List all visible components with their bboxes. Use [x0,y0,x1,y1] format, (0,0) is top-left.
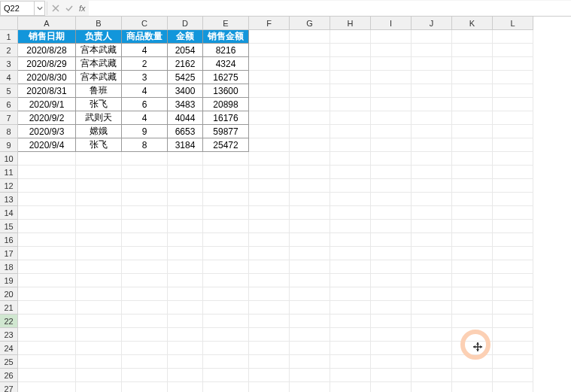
cell-H17[interactable] [330,247,371,260]
cell-A14[interactable] [18,206,76,220]
cell-H2[interactable] [330,44,371,57]
cell-H13[interactable] [330,193,371,206]
cell-L5[interactable] [493,84,533,98]
cell-E24[interactable] [203,342,249,355]
cell-A20[interactable] [18,287,76,301]
cell-K23[interactable] [452,328,493,342]
cell-F14[interactable] [249,206,290,220]
cell-F19[interactable] [249,274,290,287]
cell-K17[interactable] [452,247,493,260]
cell-J25[interactable] [412,355,452,369]
cell-D26[interactable] [168,369,203,382]
cell-J23[interactable] [412,328,452,342]
cell-J18[interactable] [412,260,452,274]
row-header-27[interactable]: 27 [0,382,18,392]
cell-A15[interactable] [18,220,76,233]
cell-L24[interactable] [493,342,533,355]
cell-E22[interactable] [203,315,249,328]
cell-B19[interactable] [76,274,122,287]
spreadsheet-grid[interactable]: ABCDEFGHIJKL 1销售日期负责人商品数量金额销售金额22020/8/2… [0,17,571,392]
cell-H12[interactable] [330,179,371,193]
cell-G24[interactable] [290,342,330,355]
cell-B23[interactable] [76,328,122,342]
cell-J2[interactable] [412,44,452,57]
cell-B21[interactable] [76,301,122,315]
cell-C7[interactable]: 4 [122,111,168,125]
cell-B2[interactable]: 宫本武藏 [76,44,122,57]
cell-E14[interactable] [203,206,249,220]
cell-I24[interactable] [371,342,412,355]
cell-C13[interactable] [122,193,168,206]
cell-D27[interactable] [168,382,203,392]
cell-B13[interactable] [76,193,122,206]
cell-B3[interactable]: 宫本武藏 [76,57,122,71]
cell-C20[interactable] [122,287,168,301]
cell-G15[interactable] [290,220,330,233]
cell-B18[interactable] [76,260,122,274]
cell-E21[interactable] [203,301,249,315]
row-header-5[interactable]: 5 [0,84,18,98]
cell-C3[interactable]: 2 [122,57,168,71]
row-header-15[interactable]: 15 [0,220,18,233]
cell-H23[interactable] [330,328,371,342]
cell-L3[interactable] [493,57,533,71]
cell-D17[interactable] [168,247,203,260]
cell-D14[interactable] [168,206,203,220]
cell-B14[interactable] [76,206,122,220]
cell-E12[interactable] [203,179,249,193]
column-header-F[interactable]: F [249,17,290,30]
cell-C27[interactable] [122,382,168,392]
cell-F23[interactable] [249,328,290,342]
cell-D5[interactable]: 3400 [168,84,203,98]
cell-K1[interactable] [452,30,493,44]
cell-E23[interactable] [203,328,249,342]
cell-A26[interactable] [18,369,76,382]
cell-B11[interactable] [76,166,122,179]
cell-J5[interactable] [412,84,452,98]
cell-F10[interactable] [249,152,290,166]
cell-E13[interactable] [203,193,249,206]
cell-D1[interactable]: 金额 [168,30,203,44]
cell-E25[interactable] [203,355,249,369]
cell-A5[interactable]: 2020/8/31 [18,84,76,98]
cell-F21[interactable] [249,301,290,315]
cell-F25[interactable] [249,355,290,369]
cell-G9[interactable] [290,138,330,152]
column-header-B[interactable]: B [76,17,122,30]
cell-I23[interactable] [371,328,412,342]
cell-L19[interactable] [493,274,533,287]
cell-H7[interactable] [330,111,371,125]
cell-E11[interactable] [203,166,249,179]
cell-K10[interactable] [452,152,493,166]
cell-C8[interactable]: 9 [122,125,168,138]
row-header-25[interactable]: 25 [0,355,18,369]
cell-F16[interactable] [249,233,290,247]
cell-J10[interactable] [412,152,452,166]
cell-F20[interactable] [249,287,290,301]
cell-L21[interactable] [493,301,533,315]
cell-E15[interactable] [203,220,249,233]
cell-F27[interactable] [249,382,290,392]
cell-J24[interactable] [412,342,452,355]
cell-D18[interactable] [168,260,203,274]
cell-F18[interactable] [249,260,290,274]
cell-A27[interactable] [18,382,76,392]
cell-H15[interactable] [330,220,371,233]
cell-J9[interactable] [412,138,452,152]
row-header-9[interactable]: 9 [0,138,18,152]
row-header-7[interactable]: 7 [0,111,18,125]
cell-I10[interactable] [371,152,412,166]
cell-A1[interactable]: 销售日期 [18,30,76,44]
cell-K26[interactable] [452,369,493,382]
cell-C26[interactable] [122,369,168,382]
cell-E18[interactable] [203,260,249,274]
cell-B17[interactable] [76,247,122,260]
cell-A16[interactable] [18,233,76,247]
cell-G1[interactable] [290,30,330,44]
cell-F5[interactable] [249,84,290,98]
cell-J3[interactable] [412,57,452,71]
cell-K24[interactable] [452,342,493,355]
cell-B12[interactable] [76,179,122,193]
cell-I16[interactable] [371,233,412,247]
row-header-11[interactable]: 11 [0,166,18,179]
